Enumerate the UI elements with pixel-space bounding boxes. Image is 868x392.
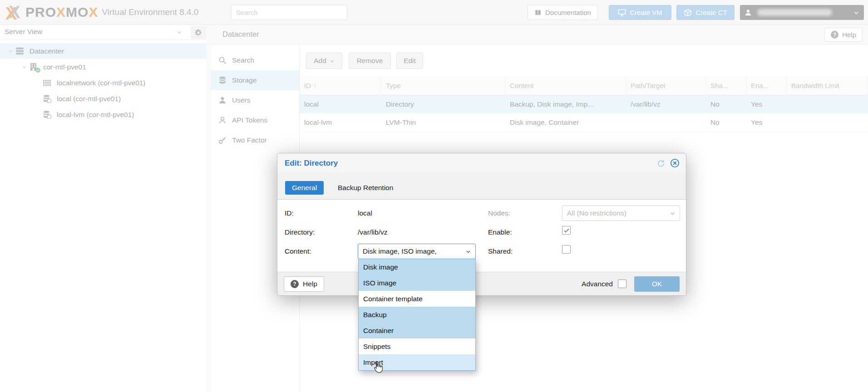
content-field-label: Content: — [285, 247, 311, 255]
dropdown-option-snippets[interactable]: Snippets — [359, 338, 475, 354]
proxmox-web-ui: XX PROXMOX Virtual Environment 8.4.0 Doc… — [0, 0, 868, 392]
dropdown-option-backup[interactable]: Backup — [359, 307, 475, 323]
nodes-select-value: All (No restrictions) — [567, 209, 626, 217]
close-icon[interactable] — [670, 158, 680, 168]
dropdown-option-import[interactable]: Import — [359, 354, 475, 370]
dialog-header[interactable]: Edit: Directory — [277, 153, 686, 173]
advanced-label: Advanced — [582, 280, 613, 288]
dropdown-option-disk-image[interactable]: Disk image — [359, 259, 475, 275]
shared-field-label: Shared: — [488, 247, 513, 255]
enable-field-label: Enable: — [488, 228, 512, 236]
chevron-down-icon — [465, 249, 471, 255]
content-select-dropdown: Disk imageISO imageContainer templateBac… — [358, 259, 476, 371]
dialog-footer: ? Help Advanced OK — [277, 272, 686, 295]
id-field-value: local — [358, 209, 372, 217]
content-select[interactable]: Disk image, ISO image, — [358, 244, 476, 259]
dialog-title: Edit: Directory — [285, 159, 338, 168]
dialog-tab-bar: General Backup Retention — [277, 173, 686, 200]
nodes-select[interactable]: All (No restrictions) — [562, 206, 680, 221]
shared-checkbox[interactable] — [562, 245, 571, 254]
tab-backup-retention[interactable]: Backup Retention — [338, 181, 393, 195]
directory-field-label: Directory: — [285, 228, 315, 236]
check-icon — [563, 227, 570, 234]
dialog-help-label: Help — [303, 280, 317, 288]
nodes-field-label: Nodes: — [488, 209, 510, 217]
question-icon: ? — [291, 280, 299, 288]
dropdown-option-container[interactable]: Container — [359, 323, 475, 338]
id-field-label: ID: — [285, 209, 294, 217]
ok-button[interactable]: OK — [634, 276, 680, 292]
undo-icon[interactable] — [656, 159, 666, 168]
edit-directory-dialog: Edit: Directory General Backup Retention… — [277, 153, 686, 296]
chevron-down-icon — [670, 211, 676, 216]
dropdown-option-iso-image[interactable]: ISO image — [359, 275, 475, 291]
enable-checkbox[interactable] — [562, 226, 571, 235]
dropdown-option-container-template[interactable]: Container template — [359, 291, 475, 307]
tab-general[interactable]: General — [285, 181, 324, 195]
content-select-value: Disk image, ISO image, — [363, 247, 437, 255]
advanced-checkbox[interactable] — [618, 279, 626, 288]
dialog-help-button[interactable]: ? Help — [284, 276, 324, 292]
directory-field-value: /var/lib/vz — [358, 228, 387, 236]
